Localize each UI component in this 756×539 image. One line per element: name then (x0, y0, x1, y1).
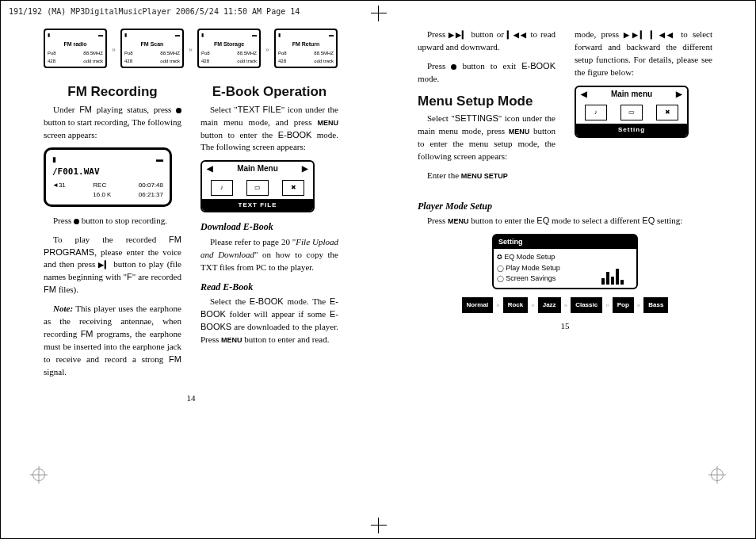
main-menu-lcd: ◀Main menu▶ ♪▭✖ Setting (575, 86, 689, 138)
body-text: Select "TEXT FILE" icon under the main m… (200, 104, 338, 155)
arrow-icon: » (496, 300, 500, 310)
arrow-icon: » (112, 44, 116, 53)
file-icon: ▭ (246, 180, 269, 196)
ebook-heading: E-Book Operation (200, 82, 338, 102)
body-text: Select "SETTINGS" icon under the main me… (418, 113, 556, 163)
column-left: Press ▶▶▎ button or ▎◀◀ to read upward a… (418, 29, 556, 189)
eq-chip: Pop (613, 297, 634, 313)
eq-bars-icon (598, 249, 636, 288)
read-ebook-heading: Read E-Book (200, 281, 338, 294)
triangle-right-icon: ▶ (676, 89, 682, 101)
registration-mark-icon (711, 468, 724, 481)
body-text: mode, press ▶▶▎ ▎◀◀ to select forward an… (575, 29, 712, 79)
fm-screens-row: ▮▬FM radioPo888.5MHZ428odd track » ▮▬FM … (44, 29, 338, 68)
triangle-left-icon: ◀ (207, 163, 213, 175)
settings-lcd: Setting EQ Mode Setup Play Mode Setup Sc… (492, 234, 638, 289)
lcd-screen: ▮▬FM radioPo888.5MHZ428odd track (44, 29, 107, 68)
fm-recording-heading: FM Recording (44, 82, 181, 102)
crop-mark-icon (371, 6, 387, 21)
play-button-icon: ▶▎ (98, 261, 110, 269)
music-icon: ♪ (211, 180, 233, 196)
download-ebook-heading: Download E-Book (200, 220, 338, 234)
triangle-left-icon: ◀ (581, 89, 587, 101)
tool-icon: ✖ (282, 180, 304, 196)
settings-option: Play Mode Setup (497, 263, 595, 274)
lcd-screen: ▮▬FM ScanPo888.5MHZ428odd track (120, 29, 184, 68)
arrow-icon: » (564, 300, 568, 310)
recording-lcd: ▮▬ /F001.WAV ◄31REC16.0 K00:07:4806:21:3… (44, 147, 172, 206)
page-15: Press ▶▶▎ button or ▎◀◀ to read upward a… (418, 29, 712, 403)
back-button-icon: ▎◀◀ (507, 31, 527, 39)
forward-button-icon: ▶▶▎ (449, 31, 468, 39)
arrow-icon: » (531, 300, 535, 310)
column-right: mode, press ▶▶▎ ▎◀◀ to select forward an… (575, 29, 712, 189)
body-text: Please refer to page 20 "File Upload and… (200, 236, 338, 274)
eq-chip: Normal (462, 297, 494, 313)
file-icon: ▭ (620, 105, 643, 120)
eq-chip: Bass (643, 297, 668, 313)
arrow-icon: » (637, 300, 641, 310)
body-text: Select the E-BOOK mode. The E-BOOK folde… (200, 296, 338, 346)
triangle-right-icon: ▶ (302, 163, 308, 175)
eq-chip: Classic (571, 297, 602, 313)
body-text: Note: This player uses the earphone as t… (44, 303, 181, 379)
body-text: Press MENU button to enter the EQ mode t… (418, 215, 712, 227)
record-button-icon (176, 108, 181, 113)
settings-option: EQ Mode Setup (497, 252, 595, 263)
lcd-screen: ▮▬FM ReturnPo888.5MHZ428odd track (274, 29, 338, 68)
music-icon: ♪ (585, 105, 607, 120)
column-right: E-Book Operation Select "TEXT FILE" icon… (200, 82, 338, 385)
body-text: Press button to exit E-BOOK mode. (418, 60, 556, 86)
manual-spread: 191/192 (MA) MP3DigitalMusicPlayer 2006/… (0, 0, 756, 539)
body-text: Press ▶▶▎ button or ▎◀◀ to read upward a… (418, 29, 556, 54)
lcd-screen: ▮▬FM StoragePo888.5MHZ428odd track (197, 29, 261, 68)
page-number: 15 (418, 321, 712, 331)
registration-mark-icon (32, 468, 45, 481)
body-text: Press button to stop recording. (44, 215, 181, 227)
column-left: FM Recording Under FM playing status, pr… (44, 82, 181, 385)
player-mode-heading: Player Mode Setup (418, 200, 712, 213)
main-menu-lcd: ◀Main Menu▶ ♪▭✖ TEXT FILE (200, 160, 315, 212)
stop-button-icon (74, 219, 79, 224)
eq-chip: Rock (503, 297, 529, 313)
tool-icon: ✖ (656, 105, 678, 120)
eq-chip: Jazz (538, 297, 561, 313)
page-14: ▮▬FM radioPo888.5MHZ428odd track » ▮▬FM … (44, 29, 338, 403)
page-number: 14 (44, 393, 338, 403)
body-text: Enter the MENU SETUP (418, 170, 556, 182)
settings-option: Screen Savings (497, 273, 595, 285)
crop-mark-icon (371, 518, 387, 533)
body-text: Under FM playing status, press button to… (44, 104, 181, 142)
full-width-section: Player Mode Setup Press MENU button to e… (418, 193, 712, 312)
arrow-icon: » (189, 44, 193, 53)
arrow-icon: » (605, 300, 609, 310)
body-text: To play the recorded FM PROGRAMS, please… (44, 234, 181, 297)
nav-buttons-icon: ▶▶▎ ▎◀◀ (624, 31, 676, 39)
arrow-icon: » (265, 44, 269, 53)
eq-mode-row: Normal» Rock» Jazz» Classic» Pop» Bass (418, 297, 712, 313)
menu-setup-heading: Menu Setup Mode (418, 92, 556, 112)
